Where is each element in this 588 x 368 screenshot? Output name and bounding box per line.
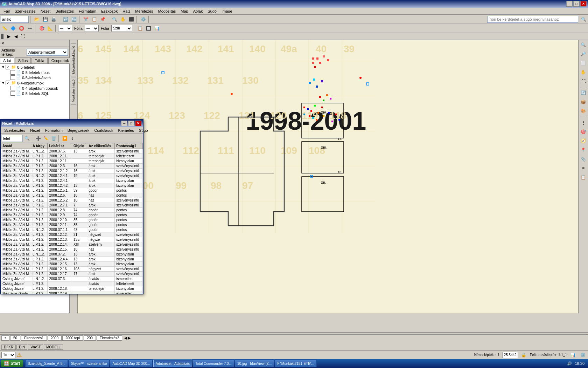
- tree-checkbox-5[interactable]: [10, 91, 15, 96]
- layer-color-select[interactable]: —: [85, 25, 99, 32]
- table-row[interactable]: Miklós Zs.-Vizi M.L.P.1.2.2008.12.4.2.13…: [1, 183, 143, 188]
- table-row[interactable]: Miklós Zs.-Vizi M.L.P.1.2.2008.12.4.4.13…: [1, 257, 143, 262]
- map-tool-1[interactable]: ▶: [6, 33, 12, 40]
- menu-map[interactable]: Map: [178, 9, 190, 14]
- taskbar-item-0[interactable]: Szakdolg_Szente_A-8...: [25, 360, 68, 367]
- rt-zoom-win[interactable]: ⬜: [579, 59, 588, 67]
- map-tool-2[interactable]: ◀: [13, 33, 19, 40]
- panel-toggle[interactable]: [1, 34, 4, 39]
- db-search-input[interactable]: [2, 135, 23, 142]
- tree-checkbox-1[interactable]: [10, 70, 15, 75]
- db-edit-icon[interactable]: ✏️: [42, 135, 49, 142]
- menu-súgó[interactable]: Súgó: [205, 9, 219, 14]
- db-menu-kiemelés[interactable]: Kiemelés: [116, 128, 136, 133]
- table-row[interactable]: Miklós Zs.-Vizi M.L.N.1.2.2008.37.1.1.43…: [1, 227, 143, 232]
- menu-eszközök[interactable]: Eszközök: [99, 9, 120, 14]
- db-sort-icon[interactable]: ↕️: [69, 135, 76, 142]
- map-tool-3[interactable]: ⛶: [20, 33, 26, 40]
- tab-dfkr[interactable]: DFKR: [1, 345, 16, 350]
- snap-icon[interactable]: 🎯: [38, 25, 46, 32]
- toolbar-icon-2[interactable]: 💾: [41, 15, 49, 23]
- table-row[interactable]: Miklós Zs.-Vizi M.L.P.1.2.2008.12.7.1.7.…: [1, 203, 143, 208]
- db-close[interactable]: ✕: [135, 121, 141, 126]
- feliratozas-icon1[interactable]: 📊: [569, 351, 577, 359]
- tab-200[interactable]: 200: [84, 335, 96, 341]
- rt-otrack[interactable]: 📍: [579, 146, 588, 154]
- scale-lock[interactable]: 🔒: [520, 351, 528, 359]
- rt-render[interactable]: 🎨: [579, 107, 588, 115]
- table-row[interactable]: Miklós Zs.-Vizi M.L.P.1.2.2008.12.11.35.…: [1, 223, 143, 227]
- taskbar-item-5[interactable]: 10.jpg - IrfanView (Z...: [235, 360, 274, 367]
- col-header-elokerules[interactable]: Az előkerülés: [87, 143, 115, 149]
- taskbar-item-1[interactable]: Skype™ - szente.aniko: [69, 360, 110, 367]
- maximize-button[interactable]: □: [573, 1, 580, 7]
- col-header-pontossag[interactable]: Pontosság1: [115, 143, 143, 149]
- minimize-button[interactable]: ─: [566, 1, 573, 7]
- tab-scroll-right[interactable]: ▶: [128, 336, 131, 340]
- rt-snap[interactable]: 🎯: [579, 128, 588, 136]
- table-row[interactable]: Mészáros GyulaL.P.1.2.2008.12.19.ismeret…: [1, 291, 143, 294]
- table-row[interactable]: Miklós Zs.-Vizi M.L.P.1.2.2008.12.5.1.39…: [1, 188, 143, 193]
- table-row[interactable]: Miklós Zs.-Vizi M.L.P.1.2.2008.12.11.ter…: [1, 159, 143, 164]
- tree-checkbox-0[interactable]: [6, 65, 10, 69]
- zoom-ext-icon[interactable]: ⬛: [127, 15, 135, 23]
- snap2-icon[interactable]: 📐: [46, 25, 54, 32]
- tab-wast[interactable]: WAST: [28, 345, 43, 350]
- tab-adat[interactable]: Adat: [0, 57, 14, 63]
- db-search-icon[interactable]: 🔍: [23, 135, 30, 142]
- table-row[interactable]: Miklós Zs.-Vizi M.L.P.1.2.2008.12.4.1.ár…: [1, 178, 143, 183]
- layer-mgr-icon[interactable]: 📋: [136, 25, 144, 32]
- menu-szerkesztés[interactable]: Szerkesztés: [13, 9, 38, 14]
- tab-tabla[interactable]: Tábla: [31, 57, 48, 63]
- rt-ducs[interactable]: 📎: [579, 155, 588, 163]
- toolbar-icon-1[interactable]: 📂: [33, 15, 41, 23]
- taskbar-item-6[interactable]: F:\Munkák\2151-ETE\...: [275, 360, 317, 367]
- draw-circle-icon[interactable]: ⭕: [18, 25, 25, 32]
- tree-item-5[interactable]: 📄0-5-leletek-SQL: [1, 91, 69, 96]
- draw-poly-icon[interactable]: 🔷: [9, 25, 17, 32]
- vtab-megjelenites[interactable]: Megjelenítéskészítő: [71, 43, 76, 76]
- tree-item-0[interactable]: ▼📁0-5-leletek: [1, 64, 69, 70]
- table-row[interactable]: Miklós Zs.-Vizi M.L.P.1.2.2008.12.13.135…: [1, 237, 143, 242]
- rt-zoom-out[interactable]: 🔎: [579, 50, 588, 58]
- layer-input[interactable]: [1, 16, 29, 23]
- layer-props-icon[interactable]: 🔲: [145, 25, 153, 32]
- rt-polar[interactable]: 🧭: [579, 137, 588, 145]
- db-menu-szerkesztés[interactable]: Szerkesztés: [2, 128, 27, 133]
- db-delete-icon[interactable]: 🗑️: [50, 135, 57, 142]
- table-row[interactable]: Miklós Zs.-Vizi M.L.N.1.2.2008.37.2.13.á…: [1, 252, 143, 257]
- layer-state-icon[interactable]: 📊: [153, 25, 161, 32]
- table-row[interactable]: Miklós Zs.-Vizi M.L.P.1.2.2008.12.6.10.h…: [1, 193, 143, 198]
- table-row[interactable]: Miklós Zs.-Vizi M.L.P.1.2.2008.12.16.108…: [1, 267, 143, 272]
- menu-méretezés[interactable]: Méretezés: [133, 9, 155, 14]
- taskbar-item-2[interactable]: AutoCAD Map 3D 200...: [110, 360, 152, 367]
- tab-elrendezes2[interactable]: Elrendezés2: [97, 335, 122, 341]
- tree-item-4[interactable]: 📄0-4-objektum típusok: [1, 86, 69, 91]
- close-button[interactable]: ✕: [580, 1, 587, 7]
- db-maximize[interactable]: □: [128, 121, 134, 126]
- layer-on-select[interactable]: —: [58, 25, 72, 32]
- undo-icon[interactable]: ↩️: [62, 15, 69, 23]
- tab-scroll-left[interactable]: ◀: [124, 336, 127, 340]
- help-search-input[interactable]: [487, 16, 578, 23]
- db-filter-icon[interactable]: 🔽: [61, 135, 68, 142]
- tree-item-1[interactable]: 📄0-5-leletek-típus: [1, 70, 69, 75]
- table-row[interactable]: Miklós Zs.-Vizi M.L.P.1.2.2008.12.8.74.g…: [1, 208, 143, 213]
- db-menu-bejegyzések[interactable]: Bejegyzések: [65, 128, 91, 133]
- col-header-leltari[interactable]: Leltári sz: [48, 143, 72, 149]
- db-menu-nézet[interactable]: Nézet: [28, 128, 42, 133]
- rt-lweight[interactable]: ≡: [579, 164, 588, 172]
- menu-ablak[interactable]: Ablak: [191, 9, 205, 14]
- table-row[interactable]: Miklós Zs.-Vizi M.L.P.1.2.2008.12.11.ter…: [1, 154, 143, 159]
- color-select[interactable]: Szín: [111, 25, 132, 32]
- tree-checkbox-2[interactable]: [10, 75, 15, 80]
- table-row[interactable]: Miklós Zs.-Vizi M.L.P.1.2.2008.12.12.31.…: [1, 232, 143, 237]
- table-row[interactable]: Csálog JózsefL.P.1.2.ásatásfeltételezett: [1, 281, 143, 286]
- vtab-munkater[interactable]: Munkater Intéző: [71, 77, 76, 105]
- menu-fájl[interactable]: Fájl: [1, 9, 12, 14]
- rt-zoom-all[interactable]: ⛶: [579, 77, 588, 86]
- toolbar-icon-3[interactable]: 🖨️: [50, 15, 57, 23]
- db-minimize[interactable]: ─: [121, 121, 127, 126]
- drawing-area[interactable]: 6 145 144 143 142 141 140 49a 40 39 35 1…: [78, 40, 578, 313]
- db-add-icon[interactable]: ➕: [35, 135, 42, 142]
